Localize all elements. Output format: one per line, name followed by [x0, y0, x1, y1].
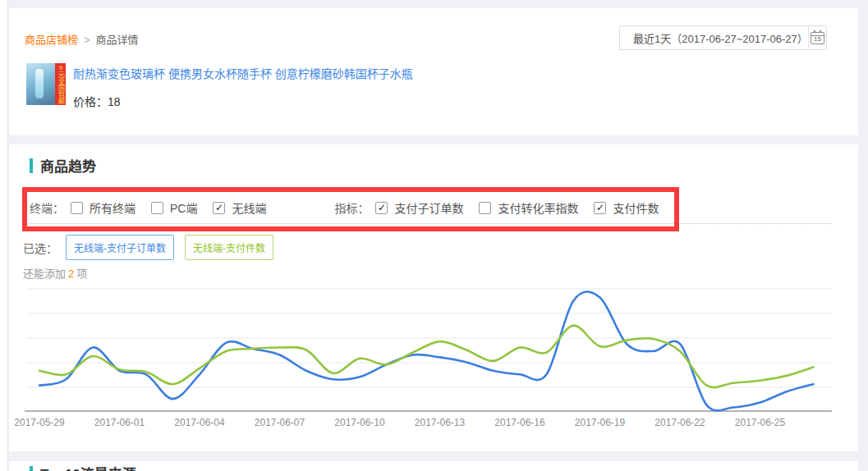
selected-tag-wireless-suborders[interactable]: 无线端-支付子订单数 [66, 235, 174, 260]
checkbox-metric-pay-suborders[interactable]: ✓ 支付子订单数 [375, 199, 463, 216]
selected-metrics-row: 已选： 无线端-支付子订单数 无线端-支付件数 [23, 235, 284, 260]
trend-filter-row: 终端： 所有终端 PC端 ✓ 无线端 指标： ✓ 支付子订单数 支付转化率指数 … [30, 195, 674, 220]
checkbox-label: 支付子订单数 [394, 199, 463, 216]
product-photo [26, 63, 55, 105]
trend-section-title: 商品趋势 [40, 155, 96, 176]
trend-card: 商品趋势 终端： 所有终端 PC端 ✓ 无线端 指标： ✓ 支付子订单数 支付转… [9, 144, 858, 451]
terminal-filter-label: 终端： [30, 199, 64, 216]
product-title-link[interactable]: 耐热渐变色玻璃杯 便携男女水杯随手杯 创意柠檬磨砂韩国杯子水瓶 [73, 65, 413, 81]
checkbox-label: PC端 [170, 199, 197, 216]
svg-text:2017-06-10: 2017-06-10 [334, 417, 385, 428]
left-rail [0, 0, 8, 471]
selected-tag-wireless-items[interactable]: 无线端-支付件数 [185, 235, 273, 260]
trend-chart: 2017-05-292017-06-012017-06-042017-06-07… [9, 279, 858, 439]
svg-text:2017-06-07: 2017-06-07 [255, 417, 305, 428]
checkbox-box[interactable]: ✓ [375, 202, 388, 214]
trend-section-header: 商品趋势 [30, 155, 96, 176]
checkbox-terminal-pc[interactable]: PC端 [151, 199, 197, 216]
breadcrumb-separator: > [84, 34, 90, 46]
checkbox-box[interactable]: ✓ [213, 202, 225, 214]
breadcrumb-current: 商品详情 [96, 34, 139, 46]
breadcrumb-parent-link[interactable]: 商品店铺榜 [25, 34, 78, 46]
svg-text:2017-06-04: 2017-06-04 [174, 417, 225, 428]
calendar-button[interactable]: 15 [808, 26, 826, 49]
filter-divider [25, 223, 832, 224]
selected-label: 已选： [23, 240, 57, 256]
product-image[interactable]: 9元全国包邮 [26, 63, 66, 105]
checkbox-terminal-all[interactable]: 所有终端 [71, 199, 135, 216]
checkbox-label: 所有终端 [90, 199, 135, 216]
svg-text:2017-06-13: 2017-06-13 [415, 417, 466, 428]
metric-filter-group: 指标： ✓ 支付子订单数 支付转化率指数 ✓ 支付件数 [334, 199, 674, 216]
section-accent-bar [30, 158, 33, 173]
product-info: 耐热渐变色玻璃杯 便携男女水杯随手杯 创意柠檬磨砂韩国杯子水瓶 价格：18 [73, 63, 413, 109]
checkbox-metric-conversion-index[interactable]: 支付转化率指数 [479, 199, 578, 216]
calendar-icon: 15 [811, 32, 824, 44]
checkbox-box[interactable] [71, 202, 83, 214]
checkbox-terminal-wireless[interactable]: ✓ 无线端 [213, 199, 266, 216]
remaining-count: 2 [68, 268, 74, 280]
breadcrumb: 商品店铺榜>商品详情 [25, 31, 139, 47]
checkbox-box[interactable] [151, 202, 163, 214]
svg-text:2017-06-19: 2017-06-19 [575, 417, 626, 428]
svg-text:2017-06-16: 2017-06-16 [494, 417, 545, 428]
product-price: 价格：18 [73, 93, 413, 109]
checkbox-box[interactable]: ✓ [594, 202, 606, 214]
section-accent-bar [30, 466, 33, 471]
date-range-picker[interactable]: 最近1天（2017-06-27~2017-06-27） 15 [619, 25, 827, 50]
product-row: 9元全国包邮 耐热渐变色玻璃杯 便携男女水杯随手杯 创意柠檬磨砂韩国杯子水瓶 价… [26, 63, 413, 109]
svg-text:2017-06-25: 2017-06-25 [735, 417, 786, 428]
checkbox-metric-pay-items[interactable]: ✓ 支付件数 [594, 199, 659, 216]
product-badge: 9元全国包邮 [55, 63, 66, 105]
metric-filter-label: 指标： [334, 199, 369, 216]
svg-text:2017-06-01: 2017-06-01 [94, 417, 145, 428]
svg-text:2017-06-22: 2017-06-22 [654, 417, 705, 428]
product-summary-card: 商品店铺榜>商品详情 最近1天（2017-06-27~2017-06-27） 1… [9, 8, 858, 135]
traffic-section-header: Top10流量来源 [30, 463, 136, 471]
traffic-source-card: Top10流量来源 [9, 461, 858, 471]
checkbox-label: 支付转化率指数 [498, 199, 578, 216]
page-root: { "breadcrumb": { "parent": "商品店铺榜", "se… [0, 0, 868, 471]
trend-chart-canvas[interactable]: 2017-05-292017-06-012017-06-042017-06-07… [9, 279, 858, 439]
date-range-label: 最近1天（2017-06-27~2017-06-27） [620, 30, 808, 46]
checkbox-label: 支付件数 [613, 199, 659, 216]
svg-text:2017-05-29: 2017-05-29 [14, 417, 65, 428]
traffic-section-title: Top10流量来源 [40, 463, 136, 471]
checkbox-box[interactable] [479, 202, 491, 214]
checkbox-label: 无线端 [232, 199, 266, 216]
